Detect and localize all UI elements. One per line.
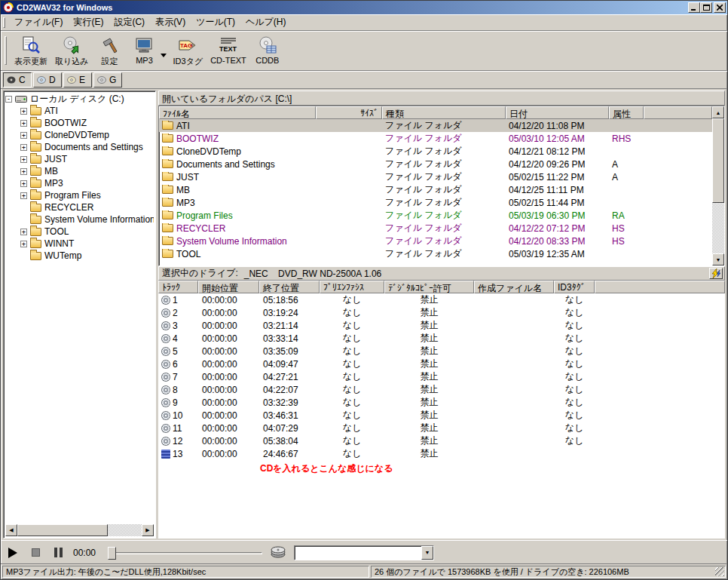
file-row[interactable]: CloneDVDTemp ファイル フォルダ 04/12/21 08:12 PM <box>159 145 712 158</box>
tree-item[interactable]: RECYCLER <box>5 201 154 213</box>
scroll-left-button[interactable]: ◀ <box>5 524 17 536</box>
file-row[interactable]: BOOTWIZ ファイル フォルダ 05/03/10 12:05 AM RHS <box>159 132 712 145</box>
rip-button[interactable]: 取り込み <box>51 33 93 68</box>
tree-item[interactable]: + ATI <box>5 105 154 117</box>
expand-box-icon[interactable]: + <box>20 132 27 139</box>
expand-box-icon[interactable]: + <box>20 144 27 151</box>
file-row[interactable]: Program Files ファイル フォルダ 05/03/19 06:30 P… <box>159 209 712 222</box>
menu-item[interactable]: 設定(C) <box>109 14 150 30</box>
tree-item[interactable]: System Volume Information <box>5 213 154 226</box>
scrollbar-track[interactable] <box>108 524 142 536</box>
menu-item[interactable]: 実行(E) <box>68 14 109 30</box>
track-row[interactable]: 5 00:00:00 03:35:09 なし 禁止 なし <box>158 345 725 358</box>
track-row[interactable]: 13 00:00:00 24:46:67 なし 禁止 <box>158 447 725 460</box>
id3-tag-button[interactable]: TAG ID3タグ <box>170 33 207 68</box>
cd-text-button[interactable]: TEXT CD-TEXT <box>206 33 250 68</box>
track-row[interactable]: 10 00:00:00 03:46:31 なし 禁止 なし <box>158 409 725 422</box>
toolbar-grip[interactable] <box>5 36 7 65</box>
tree-item[interactable]: + JUST <box>5 153 154 165</box>
file-row[interactable]: MP3 ファイル フォルダ 05/02/15 11:44 PM <box>159 196 712 209</box>
expand-box-icon[interactable]: + <box>20 156 27 163</box>
tree-item[interactable]: + Documents and Settings <box>5 141 154 153</box>
tree-item[interactable]: + Program Files <box>5 189 154 201</box>
column-header-track[interactable]: ﾄﾗｯｸ <box>158 281 198 293</box>
column-header-id3[interactable]: ID3ﾀｸﾞ <box>554 281 595 293</box>
collapse-box-icon[interactable]: - <box>5 96 12 103</box>
refresh-button[interactable]: 表示更新 <box>11 33 51 68</box>
expand-box-icon[interactable]: + <box>20 120 27 127</box>
expand-box-icon[interactable]: + <box>20 108 27 115</box>
file-row[interactable]: TOOL ファイル フォルダ 05/03/19 12:35 AM <box>159 247 712 260</box>
tree-item[interactable]: + WINNT <box>5 238 154 250</box>
tree-root-label[interactable]: ローカル ディスク (C:) <box>30 93 124 105</box>
tree-item[interactable]: + MP3 <box>5 177 154 189</box>
track-row[interactable]: 4 00:00:00 03:33:14 なし 禁止 なし <box>158 332 725 345</box>
track-row[interactable]: 2 00:00:00 03:19:24 なし 禁止 なし <box>158 306 725 319</box>
drive-d-button[interactable]: D <box>33 72 62 87</box>
expand-box-icon[interactable]: + <box>20 192 27 199</box>
tree-item[interactable]: + CloneDVDTemp <box>5 129 154 141</box>
menu-item[interactable]: 表示(V) <box>150 14 191 30</box>
track-row[interactable]: 8 00:00:00 04:22:07 なし 禁止 なし <box>158 383 725 396</box>
maximize-button[interactable] <box>700 2 712 13</box>
file-row[interactable]: ATI ファイル フォルダ 04/12/20 11:08 PM <box>159 119 712 132</box>
track-row[interactable]: 3 00:00:00 03:21:14 なし 禁止 なし <box>158 319 725 332</box>
track-row[interactable]: 1 00:00:00 05:18:56 なし 禁止 なし <box>158 293 725 306</box>
refresh-drive-button[interactable] <box>709 268 723 279</box>
column-header-filename[interactable]: ﾌｧｲﾙ名 <box>159 106 316 119</box>
column-header-output-filename[interactable]: 作成ファイル名 <box>474 281 554 293</box>
scrollbar-thumb[interactable] <box>712 118 724 203</box>
stop-button[interactable] <box>28 545 43 560</box>
tree-item[interactable]: + TOOL <box>5 226 154 238</box>
scroll-right-button[interactable]: ▶ <box>142 524 154 536</box>
tree-item[interactable]: + BOOTWIZ <box>5 117 154 129</box>
menu-item[interactable]: ヘルプ(H) <box>240 14 292 30</box>
minimize-button[interactable] <box>688 2 700 13</box>
slider-groove[interactable] <box>108 552 262 554</box>
drive-g-button[interactable]: G <box>93 72 122 87</box>
seek-slider[interactable] <box>108 545 262 560</box>
column-header-end[interactable]: 終了位置 <box>259 281 320 293</box>
scroll-up-button[interactable]: ▲ <box>712 106 724 118</box>
track-row[interactable]: 6 00:00:00 04:09:47 なし 禁止 なし <box>158 358 725 370</box>
scrollbar-track[interactable] <box>712 203 724 253</box>
tree-item[interactable]: WUTemp <box>5 250 154 262</box>
file-row[interactable]: MB ファイル フォルダ 04/12/25 11:11 PM <box>159 183 712 196</box>
track-row[interactable]: 12 00:00:00 05:38:04 なし 禁止 なし <box>158 434 725 447</box>
scroll-down-button[interactable]: ▼ <box>712 253 724 265</box>
cddb-button[interactable]: CDDB <box>250 33 285 68</box>
file-row[interactable]: Documents and Settings ファイル フォルダ 04/12/2… <box>159 158 712 170</box>
drive-c-button[interactable]: C <box>3 72 32 87</box>
menu-item[interactable]: ツール(T) <box>191 14 240 30</box>
menu-grip[interactable] <box>3 17 5 28</box>
column-header-date[interactable]: 日付 <box>506 106 609 119</box>
column-header-digital-copy[interactable]: ﾃﾞｼﾞﾀﾙｺﾋﾟｰ許可 <box>384 281 474 293</box>
expand-box-icon[interactable]: + <box>20 168 27 175</box>
scrollbar-thumb[interactable] <box>17 524 108 536</box>
track-row[interactable]: 11 00:00:00 04:07:29 なし 禁止 なし <box>158 422 725 434</box>
close-button[interactable] <box>714 2 726 13</box>
file-list-vertical-scrollbar[interactable]: ▲ ▼ <box>712 106 724 265</box>
expand-box-icon[interactable]: + <box>20 241 27 247</box>
tree-root-item[interactable]: - ローカル ディスク (C:) <box>5 93 154 105</box>
column-header-attr[interactable]: 属性 <box>609 106 644 119</box>
tree-item[interactable]: + MB <box>5 165 154 177</box>
file-row[interactable]: System Volume Information ファイル フォルダ 04/1… <box>159 235 712 247</box>
pause-button[interactable] <box>50 545 66 560</box>
tree-horizontal-scrollbar[interactable]: ◀ ▶ <box>5 524 154 536</box>
play-button[interactable] <box>5 545 20 560</box>
track-row[interactable]: 9 00:00:00 03:32:39 なし 禁止 なし <box>158 396 725 409</box>
expand-box-icon[interactable]: + <box>20 180 27 187</box>
track-select-combobox[interactable]: ▼ <box>294 545 434 560</box>
slider-thumb[interactable] <box>108 547 116 560</box>
column-header-start[interactable]: 開始位置 <box>198 281 259 293</box>
combobox-dropdown-icon[interactable]: ▼ <box>421 546 433 560</box>
file-row[interactable]: RECYCLER ファイル フォルダ 04/12/22 07:12 PM HS <box>159 222 712 235</box>
column-header-preemphasis[interactable]: ﾌﾟﾘｴﾝﾌｧｼｽ <box>320 281 384 293</box>
column-header-type[interactable]: 種類 <box>382 106 506 119</box>
menu-item[interactable]: ファイル(F) <box>9 14 68 30</box>
expand-box-icon[interactable]: + <box>20 229 27 235</box>
mp3-button[interactable]: MP3 <box>127 33 162 68</box>
mp3-dropdown-arrow-icon[interactable] <box>161 54 167 57</box>
drive-e-button[interactable]: E <box>63 72 92 87</box>
